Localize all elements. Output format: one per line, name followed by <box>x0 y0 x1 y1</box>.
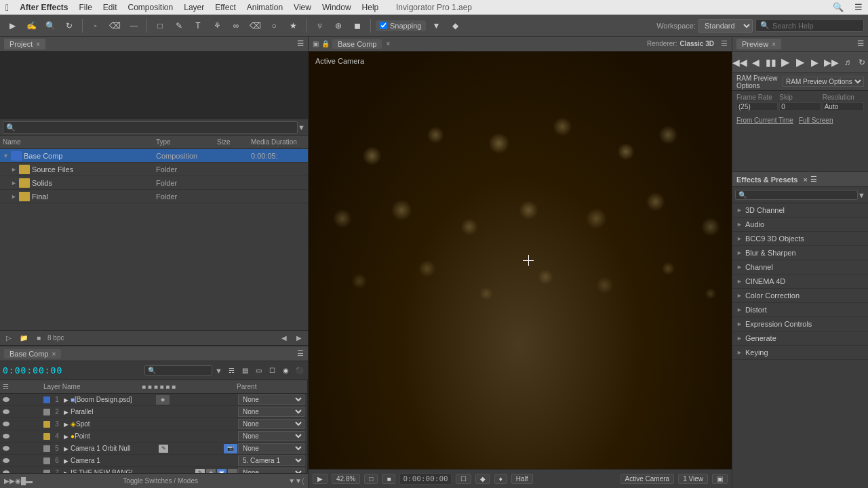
menu-file[interactable]: File <box>79 3 92 12</box>
tool-clone[interactable]: ∞ <box>228 18 244 34</box>
preview-panel-menu[interactable]: ☰ <box>857 39 864 48</box>
preview-play[interactable]: ▶ <box>779 55 791 70</box>
project-tab-close[interactable]: × <box>36 41 40 48</box>
tl-bottom-btn6[interactable]: ▼ <box>295 477 302 485</box>
tool-anchor[interactable]: ⊕ <box>330 18 347 34</box>
menu-extras-icon[interactable]: ☰ <box>854 2 863 12</box>
layer-5-edit[interactable]: ✎ <box>159 445 168 453</box>
comp-view-count[interactable]: 1 View <box>678 474 708 484</box>
layer-2-parent-select[interactable]: None <box>238 407 304 417</box>
layer-7-parent[interactable]: None <box>238 468 306 473</box>
comp-always-preview[interactable]: ▶ <box>313 474 328 484</box>
effect-cat-header-bcc9[interactable]: ► BCC9 3D Objects <box>732 232 868 245</box>
layer-2-visibility[interactable] <box>1 407 11 417</box>
effect-cat-header-keying[interactable]: ► Keying <box>732 346 868 359</box>
tool-puppet[interactable]: ★ <box>285 18 301 34</box>
layer-5-camera[interactable]: 📷 <box>224 444 237 453</box>
effect-cat-header-generate[interactable]: ► Generate <box>732 331 868 345</box>
layer-4-expand[interactable]: ► <box>62 432 71 441</box>
timeline-tab-close[interactable]: × <box>52 350 56 358</box>
comp-pixel[interactable]: ■ <box>382 474 395 484</box>
comp-show-snap[interactable]: ◆ <box>475 474 490 484</box>
snapping-control[interactable]: Snapping <box>376 20 426 31</box>
tool-pen[interactable]: ✎ <box>171 18 187 34</box>
layer-6-expand[interactable]: ► <box>62 457 71 465</box>
layer-5-parent-select[interactable]: None <box>238 443 304 453</box>
ram-preview-select[interactable]: RAM Preview Options <box>783 77 864 87</box>
layer-row[interactable]: 6 ► Camera 1 5. Camera 1None <box>0 455 307 467</box>
apple-menu[interactable]:  <box>5 2 9 13</box>
effect-cat-header-audio[interactable]: ► Audio <box>732 218 868 231</box>
tl-bottom-btn3[interactable]: █ <box>21 477 26 485</box>
search-input[interactable] <box>772 22 859 30</box>
frame-rate-value[interactable]: (25) <box>736 102 778 111</box>
preview-tab[interactable]: Preview × <box>736 39 781 49</box>
layer-1-visibility[interactable] <box>1 395 11 405</box>
tool-track-x[interactable]: ⌫ <box>106 18 123 34</box>
tl-tool-6[interactable]: ⚫ <box>293 365 305 377</box>
menu-edit[interactable]: Edit <box>103 3 117 12</box>
preview-tab-close[interactable]: × <box>772 41 776 48</box>
layer-5-visibility[interactable] <box>1 444 11 453</box>
layer-6-parent[interactable]: 5. Camera 1None <box>238 455 306 466</box>
snap-options[interactable]: ▼ <box>429 18 445 34</box>
tool-text[interactable]: T <box>190 18 206 34</box>
project-search-input[interactable] <box>3 121 298 134</box>
tool-roto[interactable]: ○ <box>266 18 282 34</box>
comp-quality[interactable]: Half <box>511 474 533 484</box>
comp-fit[interactable]: □ <box>364 474 378 484</box>
menu-layer[interactable]: Layer <box>184 3 204 12</box>
layer-2-parent[interactable]: None <box>238 407 306 417</box>
layer-1-expand[interactable]: ► <box>62 396 71 404</box>
list-item[interactable]: ► Final Folder <box>0 190 308 203</box>
app-name[interactable]: After Effects <box>20 3 68 12</box>
menu-effect[interactable]: Effect <box>215 3 235 12</box>
layer-row[interactable]: 5 ► Camera 1 Orbit Null ✎ 📷 None <box>0 443 307 455</box>
tl-tool-5[interactable]: ◉ <box>279 365 292 377</box>
tool-rotate[interactable]: ↻ <box>61 18 77 34</box>
preview-next-frame[interactable]: ▶ <box>809 55 821 70</box>
tl-bottom-btn7[interactable]: 〈 <box>302 477 304 485</box>
comp-zoom[interactable]: 42.8% <box>332 474 360 484</box>
col-dur-header[interactable]: Media Duration <box>251 138 305 146</box>
effect-cat-header-distort[interactable]: ► Distort <box>732 303 868 317</box>
preview-first-frame[interactable]: ◀◀ <box>732 55 747 70</box>
resolution-value[interactable]: Auto <box>823 102 864 111</box>
col-size-header[interactable]: Size <box>217 138 251 146</box>
layer-row[interactable]: 3 ► ◈ Spot None <box>0 418 307 430</box>
preview-last-frame[interactable]: ▶▶ <box>824 55 839 70</box>
comp-camera-select[interactable]: Active Camera <box>620 474 675 484</box>
layer-row[interactable]: 7 ► IS THE NEW BANG! ✎ ◆ ▣ None <box>0 467 307 473</box>
tool-pan-behind[interactable]: ◼ <box>349 18 366 34</box>
comp-timecode[interactable]: 0:00:00:00 <box>399 473 451 485</box>
tool-shape-rect[interactable]: □ <box>152 18 168 34</box>
preview-stop[interactable]: ▮▮ <box>765 55 777 70</box>
timeline-tab[interactable]: Base Comp × <box>4 349 61 359</box>
project-search-filter[interactable]: ▼ <box>298 123 305 131</box>
timeline-menu[interactable]: ☰ <box>297 349 304 358</box>
effect-cat-header-3d-channel[interactable]: ► 3D Channel <box>732 203 868 217</box>
comp-tab[interactable]: Base Comp <box>332 39 382 49</box>
layer-4-parent[interactable]: None <box>238 431 306 441</box>
tool-pin[interactable]: ⍫ <box>311 18 328 34</box>
comp-render[interactable]: ▣ <box>712 474 728 484</box>
effect-cat-header-cc[interactable]: ► Color Correction <box>732 289 868 302</box>
effect-cat-header-expr[interactable]: ► Expression Controls <box>732 317 868 331</box>
layer-4-visibility[interactable] <box>1 432 11 441</box>
tool-brush[interactable]: ⚘ <box>209 18 225 34</box>
layer-search-input[interactable] <box>144 365 212 375</box>
preview-prev-frame[interactable]: ◀ <box>750 55 762 70</box>
layer-search-filter[interactable]: ▼ <box>215 367 222 375</box>
search-icon-system[interactable]: 🔍 <box>833 2 844 12</box>
col-name-header[interactable]: Name <box>3 138 145 146</box>
menu-view[interactable]: View <box>294 3 311 12</box>
project-panel-menu[interactable]: ☰ <box>297 39 304 48</box>
layer-6-visibility[interactable] <box>1 456 11 466</box>
comp-mute[interactable]: ♦ <box>494 474 507 484</box>
effect-cat-header-c4d[interactable]: ► CINEMA 4D <box>732 274 868 288</box>
tl-tool-2[interactable]: ▤ <box>239 365 251 377</box>
effects-search-input[interactable] <box>735 190 858 200</box>
list-item[interactable]: ▼ Base Comp Composition 0:00:05: <box>0 149 308 163</box>
layer-row[interactable]: 1 ► ■ [Boom Design.psd] ◆ None <box>0 394 307 406</box>
layer-1-parent-select[interactable]: None <box>238 394 304 405</box>
